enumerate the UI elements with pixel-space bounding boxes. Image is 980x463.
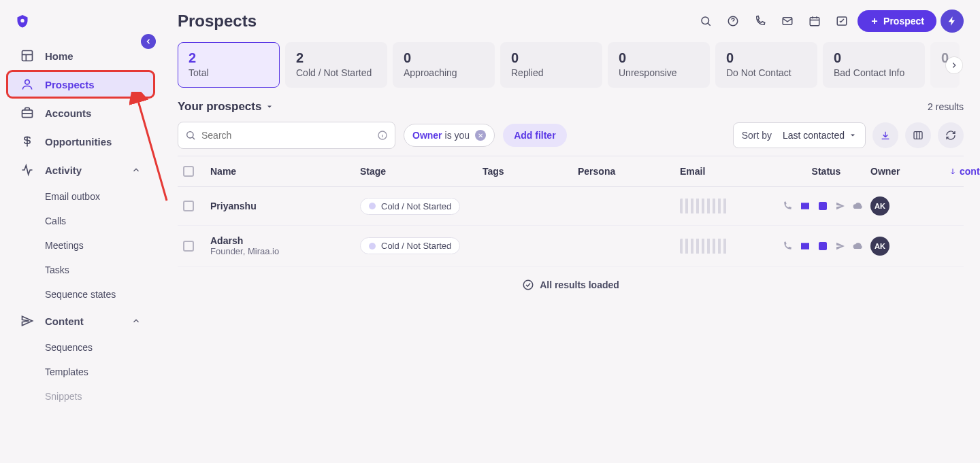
sidebar-subitem-snippets[interactable]: Snippets	[7, 385, 154, 408]
stat-card-badcontact[interactable]: 0 Bad Contact Info	[823, 42, 925, 88]
col-persona[interactable]: Persona	[578, 166, 680, 177]
sidebar-item-accounts[interactable]: Accounts	[7, 99, 154, 126]
stat-number: 2	[296, 50, 376, 66]
cloud-off-icon[interactable]	[853, 201, 864, 211]
row-checkbox[interactable]	[183, 241, 194, 252]
mail-button[interactable]	[776, 10, 799, 33]
cloud-off-icon[interactable]	[853, 241, 864, 252]
refresh-button[interactable]	[938, 122, 964, 148]
prospect-name[interactable]: Priyanshu	[210, 201, 360, 211]
sidebar-subitem-label: Meetings	[45, 240, 84, 251]
sidebar-subitem-tasks[interactable]: Tasks	[7, 258, 154, 281]
mail-icon[interactable]	[800, 201, 811, 211]
table-row[interactable]: Priyanshu Cold / Not Started AK	[178, 187, 964, 226]
sidebar-item-label: Prospects	[45, 79, 95, 90]
calendar-button[interactable]	[803, 10, 826, 33]
select-all-checkbox[interactable]	[183, 166, 194, 177]
col-owner[interactable]: Owner	[870, 166, 949, 177]
search-box[interactable]	[178, 122, 395, 149]
sort-label: Sort by	[742, 130, 772, 141]
stat-card-donotcontact[interactable]: 0 Do Not Contact	[715, 42, 817, 88]
stat-number: 0	[619, 50, 699, 66]
chevron-up-icon	[131, 165, 141, 175]
prospect-subtitle: Founder, Miraa.io	[210, 246, 360, 256]
send-icon[interactable]	[835, 201, 846, 211]
stage-pill[interactable]: Cold / Not Started	[360, 237, 460, 254]
section-title[interactable]: Your prospects	[178, 100, 261, 114]
home-icon	[20, 49, 34, 63]
col-status[interactable]: Status	[782, 166, 870, 177]
stat-card-cold[interactable]: 2 Cold / Not Started	[285, 42, 387, 88]
stat-number: 0	[511, 50, 591, 66]
stat-label: Cold / Not Started	[296, 67, 376, 78]
phone-icon[interactable]	[782, 201, 793, 211]
sort-value: Last contacted	[783, 130, 845, 141]
stat-card-unresponsive[interactable]: 0 Unresponsive	[608, 42, 710, 88]
chevron-up-icon	[131, 316, 141, 326]
sidebar-subitem-sequence-states[interactable]: Sequence states	[7, 283, 154, 306]
activity-icon	[20, 163, 34, 177]
sidebar-subitem-email-outbox[interactable]: Email outbox	[7, 185, 154, 208]
sidebar-item-home[interactable]: Home	[7, 42, 154, 69]
task-button[interactable]	[830, 10, 853, 33]
search-input[interactable]	[201, 130, 372, 141]
col-label: cont	[960, 166, 980, 177]
sidebar-item-label: Activity	[45, 165, 82, 176]
sidebar-subitem-meetings[interactable]: Meetings	[7, 234, 154, 257]
sidebar-subitem-calls[interactable]: Calls	[7, 209, 154, 233]
page-title: Prospects	[178, 12, 257, 31]
mail-icon[interactable]	[800, 241, 811, 252]
columns-button[interactable]	[905, 122, 931, 148]
stage-pill[interactable]: Cold / Not Started	[360, 198, 460, 215]
col-email[interactable]: Email	[680, 166, 782, 177]
sidebar-item-prospects[interactable]: Prospects	[7, 71, 154, 98]
owner-avatar[interactable]: AK	[870, 237, 889, 256]
sidebar-item-label: Accounts	[45, 107, 91, 119]
sidebar-subitem-label: Snippets	[45, 391, 82, 402]
sort-by-select[interactable]: Sort by Last contacted	[733, 122, 866, 148]
sidebar-section-activity[interactable]: Activity	[7, 156, 154, 184]
stat-card-replied[interactable]: 0 Replied	[500, 42, 602, 88]
sidebar-subitem-label: Calls	[45, 216, 66, 226]
svg-rect-0	[22, 51, 33, 61]
stat-label: Approaching	[404, 67, 484, 78]
sidebar-item-opportunities[interactable]: Opportunities	[7, 128, 154, 155]
sidebar-item-label: Opportunities	[45, 136, 112, 148]
all-results-loaded: All results loaded	[178, 267, 964, 303]
linkedin-icon[interactable]	[817, 241, 828, 252]
email-masked	[680, 199, 728, 213]
person-icon	[20, 78, 34, 91]
stat-label: Replied	[511, 67, 591, 78]
sidebar-subitem-templates[interactable]: Templates	[7, 360, 154, 383]
stats-scroll-right[interactable]	[946, 57, 962, 73]
phone-icon[interactable]	[782, 241, 793, 252]
owner-avatar[interactable]: AK	[870, 196, 889, 216]
caret-down-icon[interactable]	[265, 103, 274, 111]
table-row[interactable]: Adarsh Founder, Miraa.io Cold / Not Star…	[178, 226, 964, 267]
sidebar-section-content[interactable]: Content	[7, 307, 154, 335]
row-checkbox[interactable]	[183, 201, 194, 211]
col-contacted[interactable]: cont	[949, 166, 980, 177]
prospect-name[interactable]: Adarsh	[210, 235, 360, 246]
search-button[interactable]	[694, 10, 717, 33]
add-filter-button[interactable]: Add filter	[503, 124, 566, 147]
linkedin-icon[interactable]	[817, 201, 828, 211]
filter-chip-owner[interactable]: Owner is you ✕	[404, 124, 495, 147]
add-prospect-button[interactable]: Prospect	[858, 10, 936, 32]
sidebar-subitem-label: Templates	[45, 366, 88, 377]
quick-actions-button[interactable]	[941, 10, 964, 33]
phone-button[interactable]	[749, 10, 772, 33]
sidebar-subitem-sequences[interactable]: Sequences	[7, 336, 154, 359]
download-button[interactable]	[872, 122, 898, 148]
app-logo[interactable]	[0, 8, 161, 41]
col-name[interactable]: Name	[210, 166, 360, 177]
info-icon[interactable]	[377, 130, 388, 141]
stat-card-approaching[interactable]: 0 Approaching	[393, 42, 495, 88]
remove-filter-button[interactable]: ✕	[475, 130, 486, 141]
help-button[interactable]	[721, 10, 745, 33]
col-stage[interactable]: Stage	[360, 166, 483, 177]
col-tags[interactable]: Tags	[483, 166, 578, 177]
main-content: Prospects Prospect 2 Total	[161, 0, 980, 463]
stat-card-total[interactable]: 2 Total	[178, 42, 280, 88]
send-icon[interactable]	[835, 241, 846, 252]
